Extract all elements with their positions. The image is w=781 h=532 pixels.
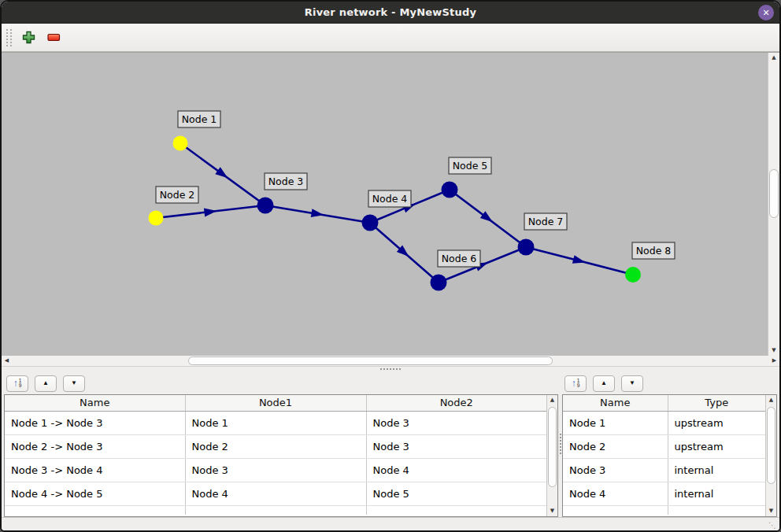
move-down-icon: ▼	[71, 380, 77, 386]
column-header[interactable]: Name	[5, 395, 185, 411]
scroll-left-icon[interactable]: ◀	[2, 356, 12, 366]
canvas-horizontal-scrollbar[interactable]: ◀ ▶	[2, 356, 779, 367]
network-node[interactable]	[625, 267, 641, 283]
table-row[interactable]: Node 3 -> Node 4Node 3Node 4	[5, 458, 546, 482]
column-header[interactable]: Node1	[185, 395, 366, 411]
node-panel: ↑ 19 ▲ ▼ NameTypeNode 1upstreamNode 2ups…	[562, 371, 779, 517]
table-cell[interactable]: Node 4	[185, 482, 366, 505]
network-node[interactable]	[518, 239, 535, 256]
node-table-scroll-thumb[interactable]	[767, 407, 775, 484]
node-label: Node 4	[372, 193, 408, 205]
node-table-scrollbar[interactable]: ▲ ▼	[765, 395, 776, 516]
network-node[interactable]	[431, 275, 447, 291]
node-panel-toolbar: ↑ 19 ▲ ▼	[562, 371, 777, 394]
node-label: Node 1	[182, 113, 217, 125]
window-title: River network - MyNewStudy	[305, 6, 476, 18]
sort-ascending-icon: ↑ 19	[572, 379, 580, 389]
node-move-up-button[interactable]: ▲	[593, 375, 615, 392]
canvas-vscroll-track[interactable]	[768, 63, 779, 345]
toolbar-drag-handle[interactable]	[6, 29, 12, 46]
plus-icon	[22, 31, 35, 44]
edge-arrow-icon	[572, 255, 587, 267]
column-header[interactable]: Name	[563, 395, 668, 411]
node-label: Node 8	[636, 245, 672, 257]
add-button[interactable]	[17, 27, 39, 49]
edge-table-scrollbar[interactable]: ▲ ▼	[546, 395, 557, 516]
move-down-icon: ▼	[629, 380, 635, 386]
table-row[interactable]: Node 4 -> Node 5Node 4Node 5	[5, 482, 546, 505]
bottom-panels: ↑ 19 ▲ ▼ NameNode1Node2Node 1 -> Node 3N…	[2, 371, 779, 517]
column-header[interactable]: Type	[668, 395, 765, 411]
edge-table[interactable]: NameNode1Node2Node 1 -> Node 3Node 1Node…	[5, 395, 546, 515]
table-row[interactable]: Node 1 -> Node 3Node 1Node 3	[5, 411, 546, 434]
sort-ascending-icon: ↑ 19	[13, 379, 22, 389]
move-up-icon: ▲	[43, 380, 49, 386]
scroll-up-icon[interactable]: ▲	[547, 395, 557, 405]
network-canvas[interactable]: Node 1Node 2Node 3Node 4Node 5Node 6Node…	[2, 52, 779, 356]
table-cell[interactable]: Node 3	[366, 411, 546, 434]
scroll-up-icon[interactable]: ▲	[768, 53, 779, 63]
node-label: Node 7	[528, 216, 564, 227]
node-label: Node 2	[160, 189, 195, 201]
table-row[interactable]: Node 2 -> Node 3Node 2Node 3	[5, 434, 546, 458]
table-cell[interactable]: upstream	[668, 411, 765, 434]
table-row[interactable]: Node 1upstream	[563, 411, 765, 434]
scroll-down-icon[interactable]: ▼	[766, 506, 776, 516]
edge-table-scroll-thumb[interactable]	[548, 407, 557, 487]
network-node[interactable]	[442, 182, 458, 198]
table-cell[interactable]: Node 1	[563, 411, 668, 434]
canvas-hscroll-thumb[interactable]	[188, 357, 553, 365]
table-cell[interactable]: Node 3	[185, 458, 366, 482]
table-cell[interactable]: Node 4	[563, 482, 668, 505]
edge-panel-toolbar: ↑ 19 ▲ ▼	[4, 371, 558, 394]
node-move-down-button[interactable]: ▼	[621, 375, 643, 392]
scroll-up-icon[interactable]: ▲	[766, 395, 776, 405]
close-icon: ✕	[762, 5, 769, 20]
network-node[interactable]	[173, 136, 188, 151]
titlebar[interactable]: River network - MyNewStudy ✕	[2, 2, 779, 24]
edge-move-up-button[interactable]: ▲	[35, 375, 57, 392]
app-window: River network - MyNewStudy ✕ No	[0, 0, 781, 532]
network-node[interactable]	[149, 211, 164, 226]
table-cell[interactable]: upstream	[668, 434, 765, 458]
table-cell[interactable]: Node 2	[563, 434, 668, 458]
table-cell[interactable]: Node 2	[185, 434, 366, 458]
table-cell[interactable]: Node 1 -> Node 3	[5, 411, 185, 434]
column-header[interactable]: Node2	[366, 395, 546, 411]
resize-grip-icon[interactable]: ⋱	[768, 521, 777, 530]
network-node[interactable]	[257, 198, 274, 214]
network-node[interactable]	[362, 215, 379, 231]
table-row[interactable]: Node 3internal	[563, 458, 765, 482]
table-row[interactable]: Node 4internal	[563, 482, 765, 505]
scroll-right-icon[interactable]: ▶	[769, 356, 779, 366]
node-label: Node 5	[453, 160, 488, 172]
table-cell[interactable]: internal	[668, 482, 765, 505]
table-cell[interactable]: Node 1	[185, 411, 366, 434]
table-cell[interactable]: Node 3 -> Node 4	[5, 458, 185, 482]
table-cell[interactable]: Node 2 -> Node 3	[5, 434, 185, 458]
edge-table-wrap: NameNode1Node2Node 1 -> Node 3Node 1Node…	[4, 394, 558, 517]
scroll-down-icon[interactable]: ▼	[547, 506, 557, 516]
canvas-vscroll-thumb[interactable]	[769, 169, 779, 218]
table-cell[interactable]: Node 3	[563, 458, 668, 482]
table-cell[interactable]: Node 4	[366, 458, 546, 482]
node-table[interactable]: NameTypeNode 1upstreamNode 2upstreamNode…	[563, 395, 765, 515]
main-toolbar	[2, 24, 779, 52]
table-cell[interactable]: internal	[668, 458, 765, 482]
remove-button[interactable]	[43, 27, 65, 49]
table-cell[interactable]: Node 5	[366, 482, 546, 505]
canvas-vertical-scrollbar[interactable]: ▲ ▼	[768, 53, 779, 356]
close-button[interactable]: ✕	[758, 5, 774, 20]
minus-icon	[47, 33, 61, 42]
node-sort-button[interactable]: ↑ 19	[564, 375, 587, 392]
table-cell[interactable]: Node 4 -> Node 5	[5, 482, 185, 505]
edge-panel: ↑ 19 ▲ ▼ NameNode1Node2Node 1 -> Node 3N…	[2, 371, 558, 517]
network-canvas-svg[interactable]: Node 1Node 2Node 3Node 4Node 5Node 6Node…	[2, 53, 768, 356]
table-row[interactable]: Node 2upstream	[563, 434, 765, 458]
edge-arrow-icon	[204, 207, 217, 217]
table-cell[interactable]: Node 3	[366, 434, 546, 458]
edge-sort-button[interactable]: ↑ 19	[6, 375, 28, 392]
table-row-partial	[563, 505, 765, 515]
edge-move-down-button[interactable]: ▼	[63, 375, 85, 392]
scroll-down-icon[interactable]: ▼	[768, 345, 779, 356]
